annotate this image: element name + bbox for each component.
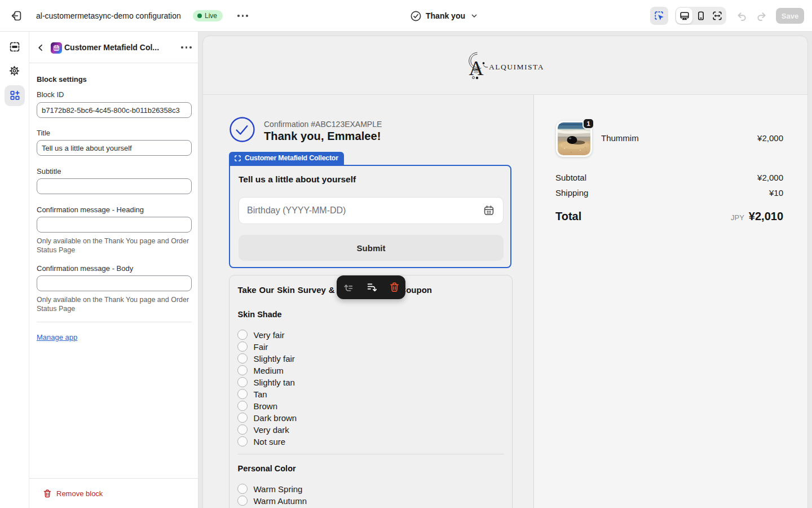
svg-text:A: A <box>469 57 484 80</box>
svg-text:ALQUIMISTA: ALQUIMISTA <box>489 63 544 71</box>
